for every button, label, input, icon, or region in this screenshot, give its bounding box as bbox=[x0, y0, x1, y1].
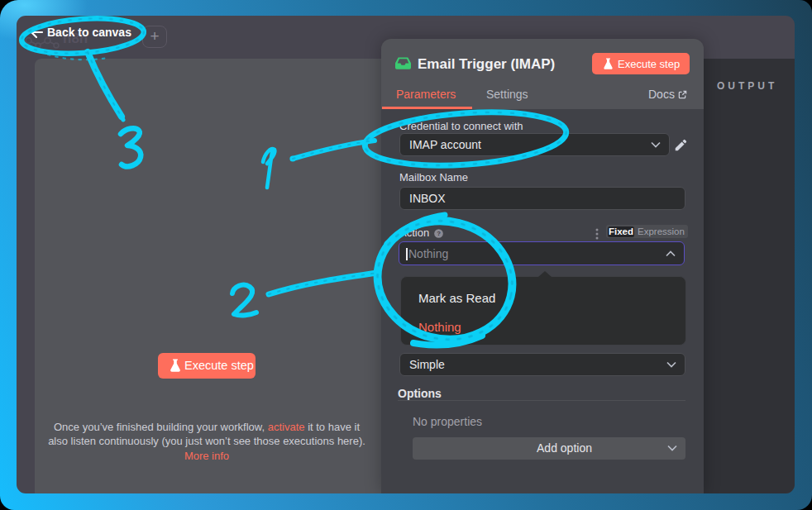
svg-text:?: ? bbox=[437, 229, 441, 236]
